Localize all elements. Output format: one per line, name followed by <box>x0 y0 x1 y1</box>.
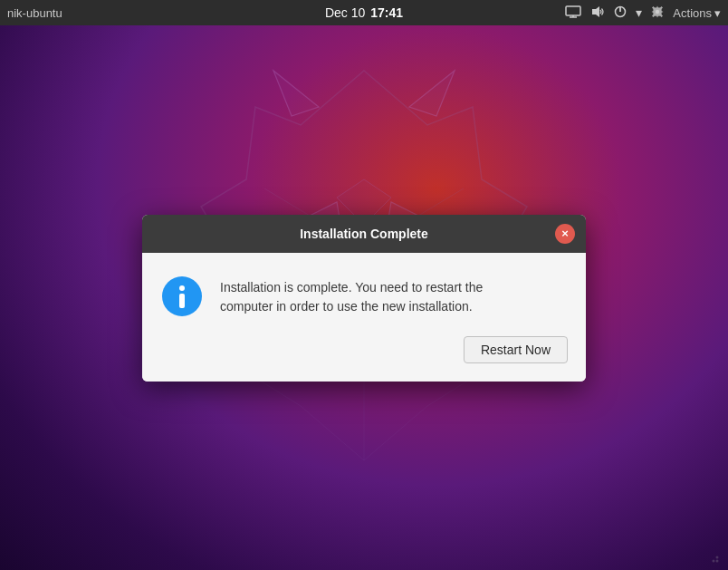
dialog-buttons: Restart Now <box>160 336 568 363</box>
svg-marker-3 <box>592 6 599 17</box>
bottom-resize-indicator <box>708 552 721 565</box>
power-dropdown-icon[interactable]: ▾ <box>636 5 642 20</box>
topbar-left: nik-ubuntu <box>7 6 62 20</box>
actions-label: Actions <box>673 6 712 20</box>
dialog-overlay: Installation Complete × <box>0 25 728 570</box>
network-icon[interactable] <box>565 5 581 21</box>
actions-button[interactable]: Actions ▾ <box>673 6 721 20</box>
power-icon[interactable] <box>614 5 627 21</box>
dialog-close-button[interactable]: × <box>555 224 575 244</box>
date-label: Dec 10 <box>325 5 365 20</box>
topbar-right: ▾ Actions ▾ <box>565 5 721 21</box>
topbar-clock: Dec 10 17:41 <box>325 5 403 20</box>
svg-point-28 <box>179 285 185 291</box>
restart-now-button[interactable]: Restart Now <box>464 336 568 363</box>
svg-rect-29 <box>179 294 185 308</box>
dialog-content-area: Installation is complete. You need to re… <box>160 275 568 318</box>
svg-point-31 <box>713 560 715 563</box>
info-icon <box>160 275 204 318</box>
svg-point-32 <box>716 556 719 559</box>
system-topbar: nik-ubuntu Dec 10 17:41 <box>0 0 728 25</box>
installation-complete-dialog: Installation Complete × <box>142 215 586 382</box>
time-label: 17:41 <box>370 5 403 20</box>
gear-icon[interactable] <box>651 5 664 21</box>
dialog-titlebar: Installation Complete × <box>142 215 586 253</box>
svg-point-30 <box>716 560 719 563</box>
actions-dropdown-icon: ▾ <box>714 6 721 20</box>
svg-rect-0 <box>566 6 580 15</box>
desktop-background: Installation Complete × <box>0 25 728 570</box>
volume-icon[interactable] <box>590 5 605 21</box>
dialog-title: Installation Complete <box>173 227 555 241</box>
window-title: nik-ubuntu <box>7 6 62 20</box>
dialog-message: Installation is complete. You need to re… <box>220 275 483 316</box>
dialog-body: Installation is complete. You need to re… <box>142 253 586 382</box>
